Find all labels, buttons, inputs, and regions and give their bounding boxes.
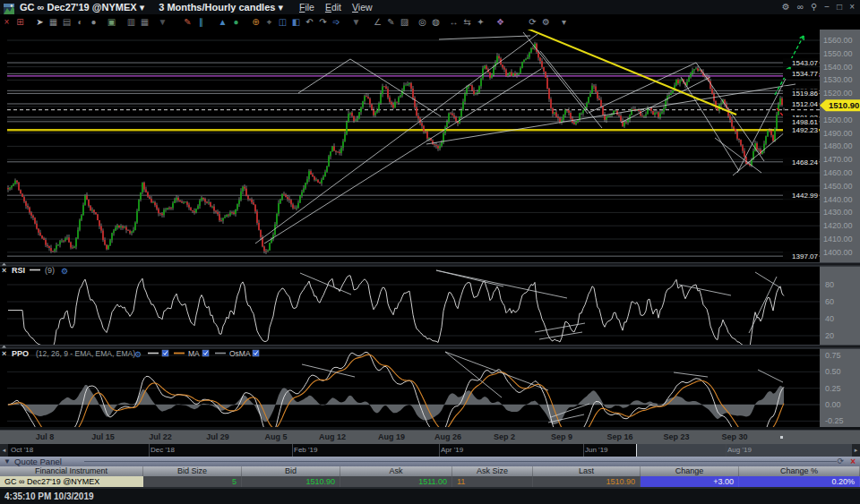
timeline-tick bbox=[439, 444, 440, 457]
svg-text:1480.00: 1480.00 bbox=[823, 141, 853, 150]
grid-icon[interactable]: ▦ bbox=[47, 16, 59, 29]
timeline-scroll-right[interactable]: ▸ bbox=[852, 444, 860, 457]
eraser-icon[interactable]: ▨ bbox=[399, 16, 410, 29]
ppo-line-checkbox[interactable] bbox=[162, 350, 168, 356]
quote-cell[interactable]: 1511.00 bbox=[340, 476, 452, 487]
arrow-tool-icon[interactable]: ➩ bbox=[331, 16, 342, 29]
ppo-osma-checkbox[interactable] bbox=[253, 350, 259, 356]
date-label: Sep 23 bbox=[663, 432, 689, 441]
timeline-label: Feb '19 bbox=[294, 446, 317, 454]
triangle-tool-icon[interactable]: ▲ bbox=[217, 16, 228, 29]
quote-cell[interactable]: 1510.90 bbox=[242, 476, 340, 487]
pin-icon[interactable]: ⚲ bbox=[811, 3, 817, 12]
column-header-bid-size[interactable]: Bid Size bbox=[143, 466, 242, 476]
pencil2-icon[interactable]: ✎ bbox=[385, 16, 397, 29]
redo-icon[interactable]: ↷ bbox=[317, 16, 329, 29]
print-icon[interactable]: ▤ bbox=[61, 16, 73, 29]
splitter-rsi-ppo[interactable] bbox=[0, 345, 860, 349]
svg-text:1512.04: 1512.04 bbox=[792, 100, 818, 108]
cursor-icon[interactable]: ➤ bbox=[34, 16, 46, 29]
timeline-label: Aug '19 bbox=[727, 446, 752, 454]
layout-icon[interactable]: ▥ bbox=[125, 16, 137, 29]
date-axis[interactable]: Jul 8Jul 15Jul 22Jul 29Aug 5Aug 12Aug 19… bbox=[0, 430, 860, 445]
draw-pencil-icon[interactable]: ✎ bbox=[182, 16, 194, 29]
dropdown3-icon[interactable]: ▾ bbox=[558, 16, 570, 29]
column-header-ask[interactable]: Ask bbox=[340, 466, 452, 476]
column-header-ask-size[interactable]: Ask Size bbox=[452, 466, 533, 476]
svg-text:1492.23: 1492.23 bbox=[792, 126, 818, 134]
candles-icon[interactable]: ∥ bbox=[195, 16, 207, 29]
h-resize-icon[interactable]: ↔ bbox=[448, 16, 460, 29]
swap-icon[interactable]: ⇆ bbox=[461, 16, 473, 29]
dropdown2-icon[interactable]: ▼ bbox=[350, 16, 362, 29]
quote-cell[interactable]: +3.00 bbox=[641, 476, 739, 487]
column-header-change[interactable]: Change bbox=[641, 466, 739, 476]
timeline-scroll-left[interactable]: ◂ bbox=[0, 444, 8, 457]
timeline-scrollbar[interactable]: Oct '18Dec '18Feb '19Apr '19Jun '19Aug '… bbox=[0, 444, 860, 457]
ppo-close-icon[interactable]: × bbox=[2, 349, 6, 358]
close-chart-icon[interactable]: × bbox=[1, 16, 13, 29]
menu-file[interactable]: File bbox=[299, 2, 314, 13]
ruler-icon[interactable]: ∠ bbox=[372, 16, 383, 29]
svg-text:-0.25: -0.25 bbox=[825, 416, 844, 425]
chart-area[interactable]: 1400.001410.001420.001430.001440.001450.… bbox=[0, 30, 860, 430]
splitter-main-rsi[interactable] bbox=[0, 262, 860, 267]
quote-cell[interactable]: 0.20% bbox=[739, 476, 860, 487]
close-panel-icon[interactable]: × bbox=[850, 457, 856, 466]
ppo-settings-icon[interactable]: ⚙ bbox=[134, 350, 142, 359]
column-header-bid[interactable]: Bid bbox=[242, 466, 340, 476]
timeline-tick bbox=[726, 444, 727, 457]
refresh-quotes-icon[interactable]: ⟳ bbox=[837, 457, 844, 466]
restore-icon[interactable]: □ bbox=[837, 3, 842, 12]
zoom-in-icon[interactable]: ◎ bbox=[417, 16, 428, 29]
svg-text:(12, 26, 9 - EMA, EMA, EMA): (12, 26, 9 - EMA, EMA, EMA) bbox=[36, 349, 135, 358]
symbol-dropdown[interactable]: GC ∞ Dec27'19 @NYMEX ▾ bbox=[20, 2, 144, 13]
snapshot-icon[interactable]: ◐ bbox=[74, 16, 86, 29]
settings-gear-icon[interactable]: ⚙ bbox=[782, 3, 790, 12]
undo-icon[interactable]: ↶ bbox=[304, 16, 315, 29]
dropdown-icon[interactable]: ▼ bbox=[157, 16, 168, 29]
svg-text:1534.77: 1534.77 bbox=[792, 70, 818, 78]
svg-text:1519.86: 1519.86 bbox=[792, 90, 818, 98]
date-label: Aug 19 bbox=[378, 432, 405, 441]
svg-text:1510.90: 1510.90 bbox=[829, 100, 859, 110]
svg-text:0.00: 0.00 bbox=[825, 400, 841, 409]
flower-icon[interactable]: ❖ bbox=[494, 16, 506, 29]
rsi-settings-icon[interactable]: ⚙ bbox=[61, 267, 68, 276]
link-icon[interactable]: ∞ bbox=[797, 3, 804, 12]
textbox-icon[interactable]: ◫ bbox=[277, 16, 288, 29]
textbox2-icon[interactable]: ◧ bbox=[290, 16, 302, 29]
app-icon bbox=[4, 2, 14, 13]
column-header-financial-instrument[interactable]: Financial Instrument bbox=[0, 466, 143, 476]
image-icon[interactable]: ▣ bbox=[106, 16, 117, 29]
timeframe-dropdown[interactable]: 3 Months/Hourly candles ▾ bbox=[159, 2, 283, 13]
svg-text:1460.00: 1460.00 bbox=[823, 168, 853, 177]
move-icon[interactable]: ⊞ bbox=[14, 16, 26, 29]
instrument-cell[interactable]: GC ∞ Dec27'19 @NYMEX bbox=[0, 476, 143, 487]
quote-table-row[interactable]: GC ∞ Dec27'19 @NYMEX51510.901511.0011151… bbox=[0, 476, 860, 487]
rsi-close-icon[interactable]: × bbox=[2, 266, 6, 275]
minimize-icon[interactable]: − bbox=[824, 3, 830, 12]
refresh-icon[interactable]: ⟳ bbox=[527, 16, 538, 29]
column-header-last[interactable]: Last bbox=[533, 466, 641, 476]
target-icon[interactable]: ⌖ bbox=[263, 16, 275, 29]
quote-cell[interactable]: 5 bbox=[143, 476, 242, 487]
menu-view[interactable]: View bbox=[352, 2, 373, 13]
zoom-out-icon[interactable]: ◍ bbox=[430, 16, 442, 29]
ppo-ma-checkbox[interactable] bbox=[202, 350, 209, 356]
svg-text:MA: MA bbox=[188, 349, 200, 358]
quote-cell[interactable]: 1510.90 bbox=[533, 476, 641, 487]
close-icon[interactable]: × bbox=[849, 3, 855, 12]
crosshair-icon[interactable]: ⊕ bbox=[250, 16, 262, 29]
column-header-change-[interactable]: Change % bbox=[739, 466, 860, 476]
ellipse-tool-icon[interactable]: ● bbox=[230, 16, 242, 29]
settings-icon[interactable]: ⚙ bbox=[540, 16, 552, 29]
menu-edit[interactable]: Edit bbox=[325, 2, 341, 13]
date-label: Jul 22 bbox=[149, 432, 172, 441]
star-icon[interactable]: ✦ bbox=[475, 16, 486, 29]
collapse-panel-icon[interactable]: ▼ bbox=[4, 457, 11, 466]
svg-text:(9): (9) bbox=[45, 266, 55, 275]
circle-icon[interactable]: ● bbox=[88, 16, 99, 29]
grid-layout-icon[interactable]: ▦ bbox=[139, 16, 150, 29]
quote-cell[interactable]: 11 bbox=[452, 476, 533, 487]
